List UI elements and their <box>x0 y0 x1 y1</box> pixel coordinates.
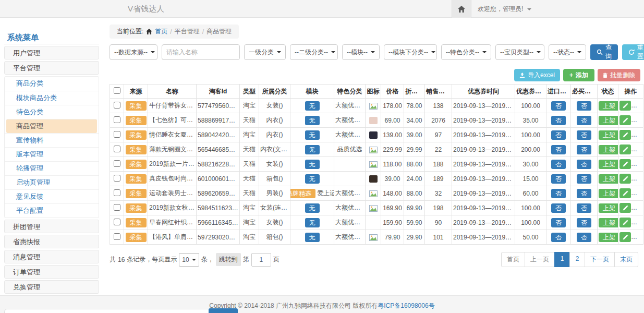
row-checkbox[interactable] <box>114 175 120 182</box>
pager-next[interactable]: 下一页 <box>585 252 615 267</box>
status-toggle[interactable]: 上架 <box>599 145 618 154</box>
status-toggle[interactable]: 上架 <box>599 101 618 111</box>
pager-first[interactable]: 首页 <box>501 252 525 267</box>
icp-link[interactable]: 粤ICP备16098006号 <box>378 302 434 309</box>
sidebar-item-group-buy-management[interactable]: 拼团管理 <box>4 220 99 233</box>
broken-image-icon <box>369 160 378 167</box>
edit-button[interactable] <box>619 145 631 154</box>
edit-button[interactable] <box>619 203 631 213</box>
sidebar-item-message-management[interactable]: 消息管理 <box>4 250 99 263</box>
row-checkbox[interactable] <box>114 146 120 152</box>
sidebar-item-platform-management[interactable]: 平台管理 <box>4 61 99 75</box>
filter-select-module[interactable]: --模块-- <box>342 44 380 60</box>
reset-button[interactable]: 重置 <box>622 44 644 60</box>
user-menu[interactable]: 欢迎您，管理员! <box>478 0 531 18</box>
must-buy-toggle[interactable]: 否 <box>577 233 591 242</box>
import-select-toggle[interactable]: 否 <box>551 160 566 169</box>
home-icon <box>458 6 465 13</box>
filter-select-level1-category[interactable]: 一级分类 <box>244 44 286 60</box>
sidebar-item-user-management[interactable]: 用户管理 <box>4 46 99 59</box>
status-toggle[interactable]: 上架 <box>599 174 618 184</box>
sidebar-item-module-goods-category[interactable]: 模块商品分类 <box>5 91 99 105</box>
must-buy-toggle[interactable]: 否 <box>577 174 591 184</box>
pager-prev[interactable]: 上一页 <box>525 252 555 267</box>
import-select-toggle[interactable]: 否 <box>551 101 566 111</box>
sidebar-item-order-management[interactable]: 订单管理 <box>4 265 99 279</box>
row-checkbox[interactable] <box>114 131 120 138</box>
filter-select-special-category[interactable]: --特色分类-- <box>441 44 491 60</box>
add-button[interactable]: + 添加 <box>563 69 594 81</box>
edit-button[interactable] <box>619 188 631 198</box>
edit-button[interactable] <box>619 115 631 125</box>
must-buy-toggle[interactable]: 否 <box>577 203 591 213</box>
filter-select-status[interactable]: --状态-- <box>549 44 586 60</box>
must-buy-toggle[interactable]: 否 <box>577 160 591 169</box>
status-toggle[interactable]: 上架 <box>599 233 618 242</box>
select-all-checkbox[interactable] <box>114 87 120 94</box>
row-checkbox[interactable] <box>114 219 120 225</box>
import-select-toggle[interactable]: 否 <box>551 145 566 154</box>
sidebar-item-promo-material[interactable]: 宣传物料 <box>5 133 99 147</box>
sidebar-item-splash-management[interactable]: 启动页管理 <box>5 175 99 189</box>
status-toggle[interactable]: 上架 <box>599 116 618 125</box>
search-input[interactable] <box>162 44 240 60</box>
must-buy-toggle[interactable]: 否 <box>577 101 591 111</box>
status-toggle[interactable]: 上架 <box>599 203 618 213</box>
must-buy-toggle[interactable]: 否 <box>577 218 591 227</box>
pager-page-1[interactable]: 1 <box>554 252 570 267</box>
status-toggle[interactable]: 上架 <box>599 189 618 198</box>
edit-button[interactable] <box>619 218 631 227</box>
sidebar-item-special-category[interactable]: 特色分类 <box>5 105 99 119</box>
row-checkbox[interactable] <box>114 233 120 240</box>
edit-button[interactable] <box>619 174 631 184</box>
pager-last[interactable]: 末页 <box>614 252 638 267</box>
sidebar-item-platform-config[interactable]: 平台配置 <box>5 203 99 218</box>
sidebar-item-exchange-management[interactable]: 兑换管理 <box>4 280 99 294</box>
must-buy-toggle[interactable]: 否 <box>577 189 591 198</box>
must-buy-toggle[interactable]: 否 <box>577 116 591 125</box>
batch-delete-button[interactable]: 批量删除 <box>598 69 640 81</box>
import-select-toggle[interactable]: 否 <box>551 116 566 125</box>
import-excel-button[interactable]: 导入excel <box>514 69 560 81</box>
must-buy-toggle[interactable]: 否 <box>577 145 591 154</box>
import-select-toggle[interactable]: 否 <box>551 130 566 140</box>
import-select-toggle[interactable]: 否 <box>551 233 566 242</box>
sidebar-item-goods-management[interactable]: 商品管理 <box>6 119 97 133</box>
sidebar-item-version-management[interactable]: 版本管理 <box>5 147 99 161</box>
status-toggle[interactable]: 上架 <box>599 160 618 169</box>
jump-button[interactable]: 跳转到 <box>216 253 241 266</box>
edit-button[interactable] <box>619 130 631 140</box>
edit-button[interactable] <box>619 159 631 169</box>
must-buy-toggle[interactable]: 否 <box>577 130 591 140</box>
row-checkbox[interactable] <box>114 102 120 109</box>
breadcrumb-home-link[interactable]: 首页 <box>155 27 167 36</box>
import-select-toggle[interactable]: 否 <box>551 174 566 184</box>
must-buy-cell: 否 <box>571 201 598 215</box>
filter-select-level2-category[interactable]: --二级分类-- <box>290 44 338 60</box>
sidebar-item-feedback[interactable]: 意见反馈 <box>5 189 99 203</box>
header-home-button[interactable] <box>452 0 471 18</box>
filter-select-module-subcategory[interactable]: --模块下分类-- <box>384 44 437 60</box>
edit-button[interactable] <box>619 232 631 242</box>
import-select-toggle[interactable]: 否 <box>551 218 566 227</box>
row-checkbox[interactable] <box>114 160 120 167</box>
discount-price: 24.00 <box>404 172 425 186</box>
sidebar-item-saving-news[interactable]: 省惠快报 <box>4 235 99 248</box>
per-page-select[interactable]: 10 <box>179 253 199 267</box>
row-checkbox[interactable] <box>114 116 120 123</box>
jump-page-input[interactable] <box>251 253 271 267</box>
sidebar-item-carousel-management[interactable]: 轮播管理 <box>5 161 99 175</box>
cutoff-blue-button <box>209 308 238 313</box>
row-checkbox[interactable] <box>114 189 120 196</box>
import-select-toggle[interactable]: 否 <box>551 203 566 213</box>
filter-select-data-source[interactable]: --数据来源-- <box>110 44 157 60</box>
query-button[interactable]: 查询 <box>590 44 618 60</box>
row-checkbox[interactable] <box>114 204 120 211</box>
pager-page-2[interactable]: 2 <box>569 252 585 267</box>
filter-select-item-type[interactable]: --宝贝类型-- <box>495 44 544 60</box>
sidebar-item-goods-category[interactable]: 商品分类 <box>5 77 99 91</box>
status-toggle[interactable]: 上架 <box>599 130 618 140</box>
import-select-toggle[interactable]: 否 <box>551 189 566 198</box>
edit-button[interactable] <box>619 101 631 111</box>
status-toggle[interactable]: 上架 <box>599 218 618 227</box>
